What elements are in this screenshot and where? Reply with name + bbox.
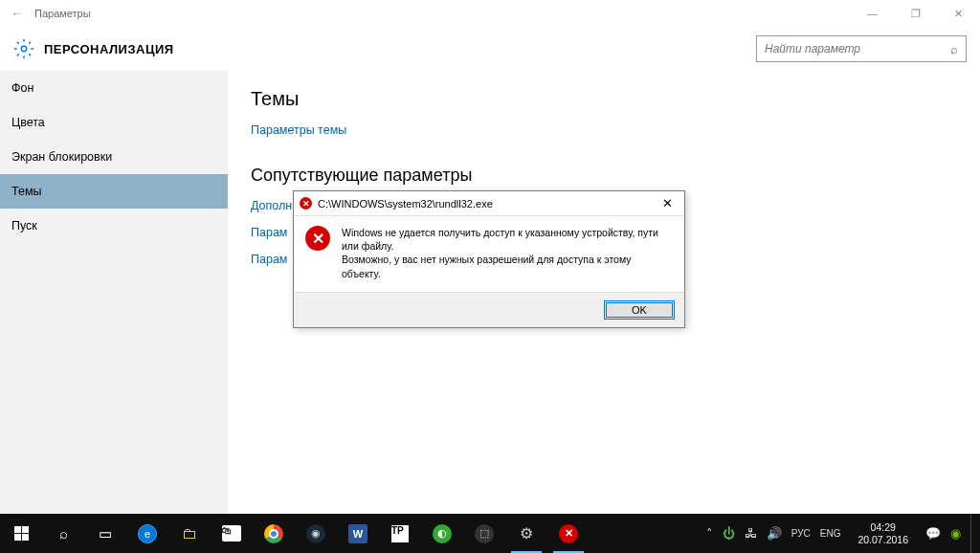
window-controls: — ❐ ✕: [851, 0, 980, 27]
taskbar-app-green[interactable]: ◐: [421, 514, 463, 553]
tray-power-icon[interactable]: ⏻: [723, 526, 735, 541]
taskbar-app-store[interactable]: 🛍: [211, 514, 253, 553]
dialog-buttons: OK: [294, 292, 684, 327]
dialog-message: Windows не удается получить доступ к ука…: [342, 226, 673, 280]
start-button[interactable]: [0, 514, 42, 553]
clock-time: 04:29: [858, 521, 908, 534]
folder-icon: 🗀: [182, 525, 197, 542]
sidebar-item-label: Темы: [11, 185, 41, 198]
sidebar-item-label: Пуск: [11, 219, 37, 232]
svg-point-0: [21, 46, 27, 52]
taskbar-app-error[interactable]: ✕: [547, 514, 590, 553]
error-dialog: ✕ C:\WINDOWS\system32\rundll32.exe ✕ ✕ W…: [293, 190, 685, 328]
tray-nvidia-icon[interactable]: ◉: [950, 526, 961, 541]
word-icon: W: [348, 524, 368, 543]
gear-icon: [13, 38, 34, 59]
error-icon-small: ✕: [300, 197, 312, 210]
store-icon: 🛍: [222, 525, 241, 542]
tray-lang1[interactable]: РУС: [791, 528, 811, 539]
taskbar: ⌕ ▭ e 🗀 🛍 ◉ W TP ◐ ⬚ ⚙ ✕ ˄ ⏻ 🖧 🔊 РУС ENG…: [0, 514, 980, 553]
sidebar-item-background[interactable]: Фон: [0, 71, 228, 105]
dialog-line2: Возможно, у вас нет нужных разрешений дл…: [342, 253, 673, 279]
sidebar-item-themes[interactable]: Темы: [0, 174, 228, 209]
taskbar-app-word[interactable]: W: [337, 514, 379, 553]
show-desktop-button[interactable]: [970, 514, 976, 553]
error-icon: ✕: [559, 524, 578, 543]
content-heading-themes: Темы: [251, 88, 957, 110]
ok-button[interactable]: OK: [604, 300, 675, 320]
content-heading-related: Сопутствующие параметры: [251, 166, 957, 186]
sidebar-item-colors[interactable]: Цвета: [0, 105, 228, 140]
search-icon: ⌕: [59, 525, 68, 542]
clock-date: 20.07.2016: [858, 534, 908, 546]
gear-icon: ⚙: [520, 524, 533, 542]
dialog-close-button[interactable]: ✕: [656, 196, 679, 210]
search-button[interactable]: ⌕: [42, 514, 84, 553]
search-box[interactable]: ⌕: [756, 35, 967, 62]
sidebar-item-lockscreen[interactable]: Экран блокировки: [0, 140, 228, 174]
back-button[interactable]: ←: [8, 4, 27, 23]
taskbar-app-edge[interactable]: e: [126, 514, 168, 553]
sidebar-item-label: Фон: [11, 81, 33, 95]
taskbar-app-settings[interactable]: ⚙: [505, 514, 547, 553]
util-icon: ⬚: [475, 524, 494, 543]
maximize-button[interactable]: ❐: [894, 0, 937, 27]
dialog-title: C:\WINDOWS\system32\rundll32.exe: [318, 198, 656, 210]
dialog-titlebar: ✕ C:\WINDOWS\system32\rundll32.exe ✕: [294, 191, 684, 216]
close-button[interactable]: ✕: [937, 0, 980, 27]
edge-icon: e: [138, 524, 157, 543]
windows-logo-icon: [14, 526, 29, 541]
search-input[interactable]: [765, 42, 950, 55]
taskbar-app-tp[interactable]: TP: [379, 514, 421, 553]
link-theme-settings[interactable]: Параметры темы: [251, 123, 957, 137]
tray-chevron-icon[interactable]: ˄: [706, 526, 713, 541]
taskbar-app-explorer[interactable]: 🗀: [168, 514, 211, 553]
chrome-icon: [264, 524, 283, 543]
taskview-button[interactable]: ▭: [84, 514, 126, 553]
header: ПЕРСОНАЛИЗАЦИЯ ⌕: [0, 27, 980, 71]
tray-volume-icon[interactable]: 🔊: [767, 526, 782, 541]
taskbar-app-steam[interactable]: ◉: [295, 514, 337, 553]
taskbar-app-util[interactable]: ⬚: [463, 514, 505, 553]
sidebar-item-start[interactable]: Пуск: [0, 209, 228, 243]
tray-lang2[interactable]: ENG: [820, 528, 841, 539]
clock[interactable]: 04:29 20.07.2016: [850, 521, 916, 545]
system-tray: ˄ ⏻ 🖧 🔊 РУС ENG 04:29 20.07.2016 💬 ◉: [706, 514, 980, 553]
taskbar-app-chrome[interactable]: [253, 514, 295, 553]
tray-notifications-icon[interactable]: 💬: [925, 526, 941, 541]
sidebar-item-label: Цвета: [11, 116, 45, 129]
dialog-body: ✕ Windows не удается получить доступ к у…: [294, 216, 684, 292]
section-title: ПЕРСОНАЛИЗАЦИЯ: [44, 42, 756, 56]
dialog-line1: Windows не удается получить доступ к ука…: [342, 226, 673, 253]
green-icon: ◐: [433, 524, 452, 543]
tray-network-icon[interactable]: 🖧: [745, 526, 757, 541]
window-title: Параметры: [34, 8, 851, 19]
error-icon: ✕: [305, 226, 330, 251]
sidebar: Фон Цвета Экран блокировки Темы Пуск: [0, 71, 228, 514]
steam-icon: ◉: [306, 524, 325, 543]
sidebar-item-label: Экран блокировки: [11, 150, 112, 164]
search-icon: ⌕: [950, 42, 958, 56]
tp-icon: TP: [391, 525, 409, 542]
taskview-icon: ▭: [99, 525, 112, 542]
minimize-button[interactable]: —: [851, 0, 894, 27]
titlebar: ← Параметры — ❐ ✕: [0, 0, 980, 27]
